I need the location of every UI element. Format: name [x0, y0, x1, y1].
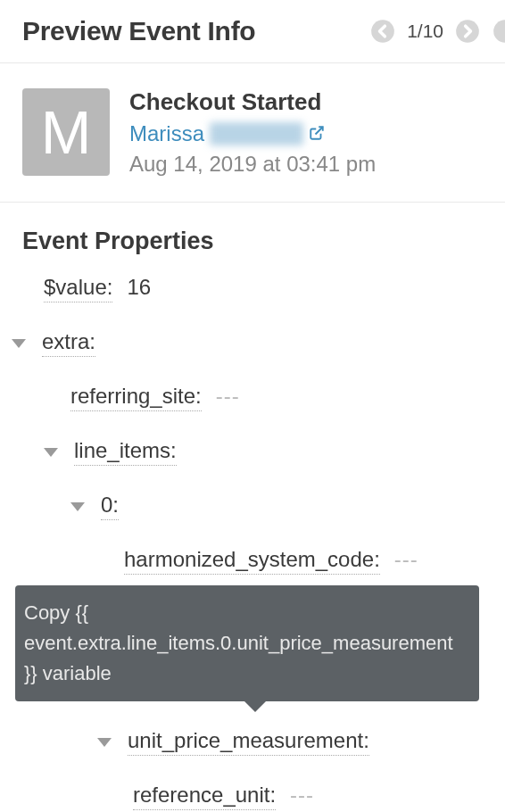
event-meta: Checkout Started Marissa Aug 14, 2019 at… — [129, 88, 376, 177]
prop-key-extra: extra: — [42, 329, 95, 357]
chevron-right-icon — [455, 19, 480, 44]
tooltip: Copy {{ event.extra.line_items.0.unit_pr… — [15, 585, 483, 701]
prop-val-value: 16 — [127, 275, 151, 300]
svg-point-1 — [456, 20, 479, 43]
user-link[interactable]: Marissa — [129, 121, 204, 146]
prev-button[interactable] — [369, 18, 396, 45]
svg-point-0 — [371, 20, 394, 43]
page-title: Preview Event Info — [22, 16, 255, 46]
tooltip-arrow — [243, 700, 268, 712]
pager-count: 1/10 — [407, 21, 443, 42]
prop-hsc: harmonized_system_code: --- — [22, 547, 483, 575]
event-summary: M Checkout Started Marissa Aug 14, 2019 … — [0, 63, 505, 203]
prop-extra[interactable]: extra: — [12, 329, 483, 357]
prop-upm[interactable]: unit_price_measurement: — [22, 728, 483, 756]
prop-key-ref-unit[interactable]: reference_unit: — [133, 783, 276, 810]
caret-down-icon — [97, 738, 112, 747]
prop-reference-unit: reference_unit: --- — [22, 783, 483, 810]
user-lastname-redacted — [210, 122, 303, 145]
prop-key-upm: unit_price_measurement: — [128, 728, 369, 756]
avatar: M — [22, 88, 110, 176]
prop-value: $value: 16 — [22, 275, 483, 302]
pager: 1/10 — [369, 18, 505, 45]
svg-point-2 — [493, 20, 505, 43]
prop-line-items[interactable]: line_items: — [22, 438, 483, 466]
external-link-icon[interactable] — [309, 121, 325, 146]
properties-title: Event Properties — [22, 228, 483, 255]
prop-key-0: 0: — [101, 493, 119, 520]
prop-val-hsc: --- — [394, 547, 418, 572]
prop-key-value[interactable]: $value: — [44, 275, 112, 302]
header: Preview Event Info 1/10 — [0, 0, 505, 63]
next-button[interactable] — [454, 18, 481, 45]
prop-referring-site: referring_site: --- — [22, 384, 483, 411]
prop-val-ref-unit: --- — [290, 783, 314, 808]
caret-down-icon — [70, 502, 85, 511]
event-timestamp: Aug 14, 2019 at 03:41 pm — [129, 152, 376, 177]
prop-val-referring-site: --- — [216, 384, 240, 409]
caret-down-icon — [44, 448, 58, 457]
event-name: Checkout Started — [129, 88, 376, 116]
event-properties: Event Properties $value: 16 extra: refer… — [0, 203, 505, 810]
prop-index-0[interactable]: 0: — [22, 493, 483, 520]
user-line: Marissa — [129, 121, 376, 146]
prop-key-hsc[interactable]: harmonized_system_code: — [124, 547, 380, 575]
circle-icon — [493, 19, 505, 44]
tooltip-content[interactable]: Copy {{ event.extra.line_items.0.unit_pr… — [15, 585, 479, 701]
extra-button[interactable] — [492, 18, 505, 45]
prop-key-line-items: line_items: — [74, 438, 177, 466]
caret-down-icon — [12, 339, 26, 348]
prop-key-referring-site[interactable]: referring_site: — [70, 384, 202, 411]
chevron-left-icon — [370, 19, 395, 44]
